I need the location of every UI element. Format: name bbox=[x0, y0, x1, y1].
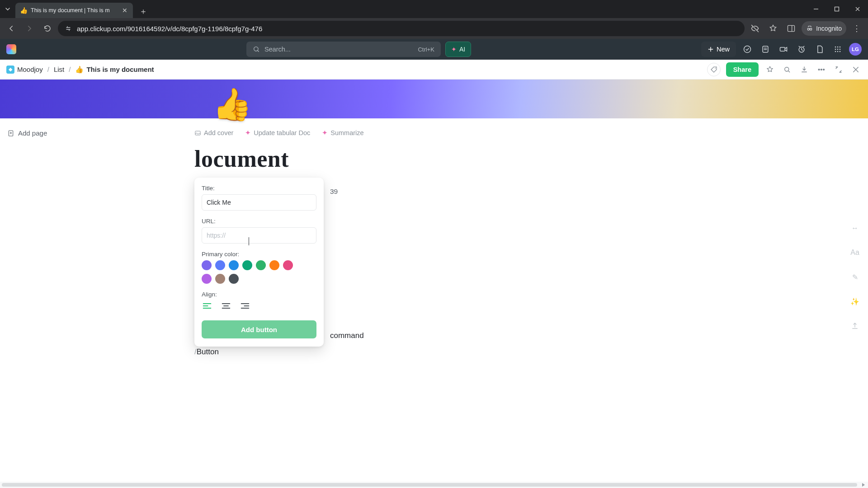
url-label: URL: bbox=[202, 218, 316, 225]
svg-point-17 bbox=[785, 67, 789, 71]
color-swatch[interactable] bbox=[229, 274, 239, 284]
tab-close-icon[interactable]: ✕ bbox=[121, 7, 128, 14]
color-swatch[interactable] bbox=[242, 260, 252, 270]
svg-rect-4 bbox=[763, 46, 768, 52]
url-input[interactable] bbox=[202, 227, 316, 244]
page-tree: Add page bbox=[0, 118, 140, 357]
global-search[interactable]: Search... Ctrl+K bbox=[246, 42, 441, 57]
alarm-icon[interactable] bbox=[795, 42, 808, 56]
star-icon[interactable] bbox=[764, 64, 776, 75]
nav-back-button[interactable] bbox=[4, 21, 19, 36]
image-icon bbox=[194, 130, 201, 136]
browser-toolbar: app.clickup.com/9016164592/v/dc/8cpfg7g-… bbox=[0, 18, 868, 39]
add-button-submit[interactable]: Add button bbox=[202, 320, 316, 338]
color-swatch-grid bbox=[202, 260, 306, 284]
search-in-doc-icon[interactable] bbox=[781, 64, 793, 75]
wand-icon[interactable]: ✨ bbox=[849, 296, 861, 307]
nav-reload-button[interactable] bbox=[40, 21, 55, 36]
align-center-button[interactable] bbox=[221, 300, 231, 311]
more-icon[interactable]: ••• bbox=[816, 64, 827, 75]
side-panel-icon[interactable] bbox=[783, 21, 799, 36]
tag-icon[interactable] bbox=[707, 63, 721, 76]
eye-off-icon[interactable] bbox=[747, 21, 763, 36]
sparkle-icon: ✦ bbox=[451, 46, 457, 53]
ai-button[interactable]: ✦ AI bbox=[445, 42, 471, 57]
scrollbar-thumb[interactable] bbox=[2, 483, 857, 487]
workspace-name: Moodjoy bbox=[17, 66, 43, 73]
bookmark-star-icon[interactable] bbox=[765, 21, 781, 36]
app-header: Search... Ctrl+K ✦ AI New LG bbox=[0, 39, 868, 60]
slash-command-line[interactable]: /Button bbox=[194, 347, 868, 357]
window-close-button[interactable] bbox=[847, 0, 868, 18]
color-swatch[interactable] bbox=[283, 260, 293, 270]
search-placeholder: Search... bbox=[264, 46, 291, 53]
ai-magic-icon[interactable]: ✎ bbox=[849, 271, 861, 283]
new-button[interactable]: New bbox=[701, 42, 736, 57]
browser-menu-button[interactable]: ⋮ bbox=[849, 21, 864, 36]
window-minimize-button[interactable] bbox=[806, 0, 826, 18]
site-settings-icon[interactable] bbox=[64, 24, 72, 33]
color-swatch[interactable] bbox=[229, 260, 239, 270]
text-fragment-command: command bbox=[330, 331, 868, 340]
align-left-button[interactable] bbox=[202, 300, 212, 311]
user-avatar[interactable]: LG bbox=[849, 43, 862, 56]
search-icon bbox=[253, 46, 260, 53]
breadcrumb-doc[interactable]: 👍 This is my document bbox=[75, 66, 154, 74]
tab-favicon: 👍 bbox=[20, 7, 27, 14]
svg-point-13 bbox=[835, 51, 836, 52]
breadcrumb-sep: / bbox=[47, 66, 49, 73]
update-tabular-action[interactable]: ✦ Update tabular Doc bbox=[245, 129, 310, 136]
align-label: Align: bbox=[202, 291, 316, 298]
add-page-label: Add page bbox=[18, 129, 47, 137]
apps-grid-icon[interactable] bbox=[831, 42, 844, 56]
new-tab-button[interactable]: ＋ bbox=[137, 5, 150, 18]
color-swatch[interactable] bbox=[269, 260, 279, 270]
svg-point-8 bbox=[837, 47, 839, 48]
ai-label: AI bbox=[459, 46, 465, 53]
align-right-button[interactable] bbox=[240, 300, 250, 311]
width-toggle-icon[interactable]: ↔ bbox=[849, 222, 861, 234]
breadcrumb-workspace[interactable]: ◆ Moodjoy bbox=[6, 66, 43, 74]
horizontal-scrollbar[interactable] bbox=[0, 482, 868, 488]
doc-emoji-large[interactable]: 👍 bbox=[212, 89, 252, 120]
collapse-icon[interactable] bbox=[833, 64, 844, 75]
svg-point-12 bbox=[840, 49, 841, 50]
svg-point-7 bbox=[835, 47, 836, 48]
export-icon[interactable] bbox=[849, 320, 861, 332]
app-logo-icon[interactable] bbox=[6, 44, 16, 54]
svg-point-3 bbox=[744, 46, 751, 53]
share-button[interactable]: Share bbox=[726, 62, 759, 77]
address-bar[interactable]: app.clickup.com/9016164592/v/dc/8cpfg7g-… bbox=[58, 21, 745, 36]
color-swatch[interactable] bbox=[202, 274, 212, 284]
title-label: Title: bbox=[202, 185, 316, 192]
incognito-badge[interactable]: Incognito bbox=[802, 21, 846, 36]
color-swatch[interactable] bbox=[202, 260, 212, 270]
add-cover-action[interactable]: Add cover bbox=[194, 129, 233, 136]
notepad-icon[interactable] bbox=[759, 42, 772, 56]
color-swatch[interactable] bbox=[256, 260, 266, 270]
color-swatch[interactable] bbox=[215, 260, 225, 270]
cover-gradient[interactable] bbox=[0, 80, 868, 118]
scrollbar-arrow-icon[interactable] bbox=[861, 482, 866, 488]
workspace-icon: ◆ bbox=[6, 66, 14, 74]
color-swatch[interactable] bbox=[215, 274, 225, 284]
breadcrumb-list[interactable]: List bbox=[54, 66, 64, 73]
button-config-popover: Title: URL: Primary color: Align: Add bu… bbox=[194, 178, 324, 347]
browser-tab[interactable]: 👍 This is my document | This is m ✕ bbox=[15, 3, 133, 18]
title-input[interactable] bbox=[202, 194, 316, 211]
typography-icon[interactable]: Aa bbox=[849, 247, 861, 258]
doc-title[interactable]: locument bbox=[194, 145, 868, 172]
summarize-action[interactable]: ✦ Summarize bbox=[322, 129, 363, 136]
add-page-button[interactable]: Add page bbox=[7, 129, 140, 137]
close-doc-icon[interactable] bbox=[850, 64, 862, 75]
doc-icon[interactable] bbox=[813, 42, 826, 56]
download-icon[interactable] bbox=[798, 64, 810, 75]
window-maximize-button[interactable] bbox=[826, 0, 847, 18]
check-circle-icon[interactable] bbox=[741, 42, 754, 56]
svg-rect-0 bbox=[835, 7, 839, 11]
svg-point-11 bbox=[837, 49, 839, 50]
doc-float-rail: ↔ Aa ✎ ✨ bbox=[849, 222, 861, 332]
video-icon[interactable] bbox=[777, 42, 790, 56]
tabs-dropdown-button[interactable] bbox=[0, 0, 15, 18]
nav-forward-button[interactable] bbox=[22, 21, 37, 36]
